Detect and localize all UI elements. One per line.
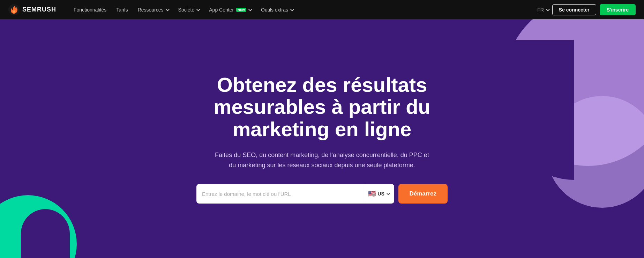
search-input-wrapper [196, 184, 363, 204]
signup-button[interactable]: S'inscrire [600, 4, 636, 15]
search-bar: 🇺🇸 US Démarrez [196, 184, 448, 204]
new-badge: NEW [236, 8, 246, 12]
chevron-down-icon [248, 7, 252, 11]
hero-subtitle: Faites du SEO, du content marketing, de … [214, 150, 430, 170]
chevron-down-icon [290, 7, 294, 11]
hero-content: Obtenez des résultats mesurables à parti… [189, 74, 455, 204]
nav-item-features[interactable]: Fonctionnalités [69, 0, 111, 19]
search-input[interactable] [202, 191, 357, 197]
language-selector[interactable]: FR [537, 7, 549, 13]
logo[interactable]: SEMRUSH [8, 4, 56, 15]
nav-links: Fonctionnalités Tarifs Ressources Sociét… [69, 0, 537, 19]
locale-selector[interactable]: 🇺🇸 US [363, 184, 394, 204]
nav-item-extra-tools[interactable]: Outils extras [256, 0, 298, 19]
nav-right: FR Se connecter S'inscrire [537, 4, 636, 15]
navigation: SEMRUSH Fonctionnalités Tarifs Ressource… [0, 0, 644, 19]
chevron-down-icon [196, 7, 200, 11]
nav-item-company[interactable]: Société [173, 0, 204, 19]
nav-item-pricing[interactable]: Tarifs [111, 0, 133, 19]
hero-section: Obtenez des résultats mesurables à parti… [0, 19, 644, 258]
start-button[interactable]: Démarrez [398, 184, 448, 204]
chevron-down-icon [165, 7, 169, 11]
login-button[interactable]: Se connecter [552, 4, 596, 15]
locale-text: US [378, 191, 384, 197]
chevron-down-icon [387, 192, 390, 195]
hero-title: Obtenez des résultats mesurables à parti… [196, 74, 448, 140]
deco-notch-left [21, 209, 70, 258]
chevron-down-icon [546, 7, 550, 11]
flag-icon: 🇺🇸 [368, 190, 376, 198]
nav-item-resources[interactable]: Ressources [133, 0, 173, 19]
nav-item-app-center[interactable]: App Center NEW [204, 0, 256, 19]
deco-notch-right [504, 40, 574, 180]
logo-text: SEMRUSH [22, 6, 56, 13]
